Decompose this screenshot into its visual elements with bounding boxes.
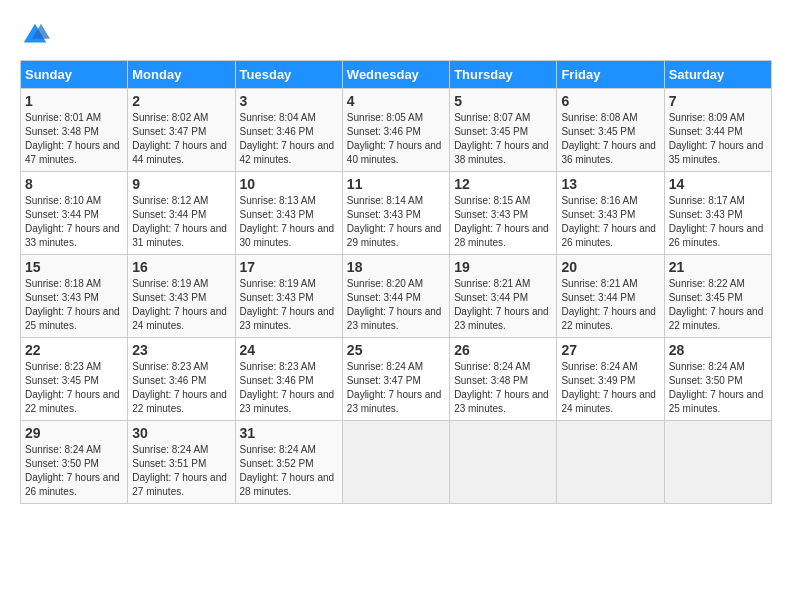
daylight-label: Daylight: 7 hours and 22 minutes. (669, 306, 764, 331)
day-info: Sunrise: 8:05 AM Sunset: 3:46 PM Dayligh… (347, 111, 445, 167)
daylight-label: Daylight: 7 hours and 22 minutes. (132, 389, 227, 414)
day-info: Sunrise: 8:10 AM Sunset: 3:44 PM Dayligh… (25, 194, 123, 250)
calendar-cell (342, 421, 449, 504)
calendar-cell: 22 Sunrise: 8:23 AM Sunset: 3:45 PM Dayl… (21, 338, 128, 421)
sunset-label: Sunset: 3:43 PM (25, 292, 99, 303)
sunrise-label: Sunrise: 8:20 AM (347, 278, 423, 289)
day-number: 2 (132, 93, 230, 109)
sunrise-label: Sunrise: 8:19 AM (240, 278, 316, 289)
sunset-label: Sunset: 3:44 PM (561, 292, 635, 303)
sunset-label: Sunset: 3:52 PM (240, 458, 314, 469)
day-info: Sunrise: 8:20 AM Sunset: 3:44 PM Dayligh… (347, 277, 445, 333)
sunrise-label: Sunrise: 8:18 AM (25, 278, 101, 289)
day-info: Sunrise: 8:24 AM Sunset: 3:50 PM Dayligh… (25, 443, 123, 499)
calendar-cell: 10 Sunrise: 8:13 AM Sunset: 3:43 PM Dayl… (235, 172, 342, 255)
calendar-header-row: SundayMondayTuesdayWednesdayThursdayFrid… (21, 61, 772, 89)
sunset-label: Sunset: 3:46 PM (240, 375, 314, 386)
calendar-cell: 15 Sunrise: 8:18 AM Sunset: 3:43 PM Dayl… (21, 255, 128, 338)
sunset-label: Sunset: 3:48 PM (25, 126, 99, 137)
logo (20, 20, 54, 50)
calendar-week-4: 22 Sunrise: 8:23 AM Sunset: 3:45 PM Dayl… (21, 338, 772, 421)
sunrise-label: Sunrise: 8:16 AM (561, 195, 637, 206)
calendar-header-saturday: Saturday (664, 61, 771, 89)
sunset-label: Sunset: 3:43 PM (240, 292, 314, 303)
sunrise-label: Sunrise: 8:24 AM (347, 361, 423, 372)
calendar-header-thursday: Thursday (450, 61, 557, 89)
sunrise-label: Sunrise: 8:24 AM (132, 444, 208, 455)
day-number: 15 (25, 259, 123, 275)
daylight-label: Daylight: 7 hours and 35 minutes. (669, 140, 764, 165)
day-number: 21 (669, 259, 767, 275)
day-info: Sunrise: 8:19 AM Sunset: 3:43 PM Dayligh… (240, 277, 338, 333)
daylight-label: Daylight: 7 hours and 23 minutes. (347, 389, 442, 414)
day-number: 25 (347, 342, 445, 358)
sunset-label: Sunset: 3:50 PM (669, 375, 743, 386)
day-number: 3 (240, 93, 338, 109)
sunset-label: Sunset: 3:47 PM (132, 126, 206, 137)
day-info: Sunrise: 8:19 AM Sunset: 3:43 PM Dayligh… (132, 277, 230, 333)
day-number: 23 (132, 342, 230, 358)
day-info: Sunrise: 8:02 AM Sunset: 3:47 PM Dayligh… (132, 111, 230, 167)
calendar-week-5: 29 Sunrise: 8:24 AM Sunset: 3:50 PM Dayl… (21, 421, 772, 504)
day-info: Sunrise: 8:21 AM Sunset: 3:44 PM Dayligh… (454, 277, 552, 333)
sunrise-label: Sunrise: 8:13 AM (240, 195, 316, 206)
sunset-label: Sunset: 3:43 PM (669, 209, 743, 220)
calendar-cell: 14 Sunrise: 8:17 AM Sunset: 3:43 PM Dayl… (664, 172, 771, 255)
day-info: Sunrise: 8:01 AM Sunset: 3:48 PM Dayligh… (25, 111, 123, 167)
day-number: 17 (240, 259, 338, 275)
sunrise-label: Sunrise: 8:24 AM (561, 361, 637, 372)
day-number: 31 (240, 425, 338, 441)
sunrise-label: Sunrise: 8:21 AM (454, 278, 530, 289)
daylight-label: Daylight: 7 hours and 23 minutes. (454, 306, 549, 331)
day-info: Sunrise: 8:21 AM Sunset: 3:44 PM Dayligh… (561, 277, 659, 333)
day-number: 26 (454, 342, 552, 358)
daylight-label: Daylight: 7 hours and 23 minutes. (240, 389, 335, 414)
daylight-label: Daylight: 7 hours and 44 minutes. (132, 140, 227, 165)
sunrise-label: Sunrise: 8:02 AM (132, 112, 208, 123)
daylight-label: Daylight: 7 hours and 47 minutes. (25, 140, 120, 165)
day-number: 29 (25, 425, 123, 441)
sunset-label: Sunset: 3:43 PM (132, 292, 206, 303)
calendar-cell: 23 Sunrise: 8:23 AM Sunset: 3:46 PM Dayl… (128, 338, 235, 421)
sunset-label: Sunset: 3:46 PM (240, 126, 314, 137)
sunset-label: Sunset: 3:50 PM (25, 458, 99, 469)
calendar-cell: 17 Sunrise: 8:19 AM Sunset: 3:43 PM Dayl… (235, 255, 342, 338)
day-number: 18 (347, 259, 445, 275)
calendar-cell: 4 Sunrise: 8:05 AM Sunset: 3:46 PM Dayli… (342, 89, 449, 172)
sunrise-label: Sunrise: 8:10 AM (25, 195, 101, 206)
calendar-week-3: 15 Sunrise: 8:18 AM Sunset: 3:43 PM Dayl… (21, 255, 772, 338)
sunset-label: Sunset: 3:44 PM (669, 126, 743, 137)
day-number: 9 (132, 176, 230, 192)
calendar-cell: 1 Sunrise: 8:01 AM Sunset: 3:48 PM Dayli… (21, 89, 128, 172)
sunrise-label: Sunrise: 8:23 AM (132, 361, 208, 372)
day-info: Sunrise: 8:23 AM Sunset: 3:46 PM Dayligh… (240, 360, 338, 416)
day-number: 1 (25, 93, 123, 109)
calendar-cell: 25 Sunrise: 8:24 AM Sunset: 3:47 PM Dayl… (342, 338, 449, 421)
calendar-cell: 11 Sunrise: 8:14 AM Sunset: 3:43 PM Dayl… (342, 172, 449, 255)
day-info: Sunrise: 8:23 AM Sunset: 3:46 PM Dayligh… (132, 360, 230, 416)
calendar-cell: 7 Sunrise: 8:09 AM Sunset: 3:44 PM Dayli… (664, 89, 771, 172)
calendar-cell: 6 Sunrise: 8:08 AM Sunset: 3:45 PM Dayli… (557, 89, 664, 172)
calendar-header-tuesday: Tuesday (235, 61, 342, 89)
day-number: 12 (454, 176, 552, 192)
day-info: Sunrise: 8:04 AM Sunset: 3:46 PM Dayligh… (240, 111, 338, 167)
daylight-label: Daylight: 7 hours and 28 minutes. (240, 472, 335, 497)
daylight-label: Daylight: 7 hours and 23 minutes. (240, 306, 335, 331)
daylight-label: Daylight: 7 hours and 42 minutes. (240, 140, 335, 165)
day-info: Sunrise: 8:15 AM Sunset: 3:43 PM Dayligh… (454, 194, 552, 250)
calendar-table: SundayMondayTuesdayWednesdayThursdayFrid… (20, 60, 772, 504)
sunrise-label: Sunrise: 8:24 AM (454, 361, 530, 372)
logo-icon (20, 20, 50, 50)
day-number: 19 (454, 259, 552, 275)
calendar-cell: 30 Sunrise: 8:24 AM Sunset: 3:51 PM Dayl… (128, 421, 235, 504)
page-header (20, 20, 772, 50)
day-number: 24 (240, 342, 338, 358)
calendar-cell: 28 Sunrise: 8:24 AM Sunset: 3:50 PM Dayl… (664, 338, 771, 421)
day-info: Sunrise: 8:24 AM Sunset: 3:48 PM Dayligh… (454, 360, 552, 416)
sunrise-label: Sunrise: 8:12 AM (132, 195, 208, 206)
calendar-cell: 24 Sunrise: 8:23 AM Sunset: 3:46 PM Dayl… (235, 338, 342, 421)
sunset-label: Sunset: 3:49 PM (561, 375, 635, 386)
sunset-label: Sunset: 3:46 PM (347, 126, 421, 137)
sunset-label: Sunset: 3:48 PM (454, 375, 528, 386)
sunrise-label: Sunrise: 8:23 AM (240, 361, 316, 372)
